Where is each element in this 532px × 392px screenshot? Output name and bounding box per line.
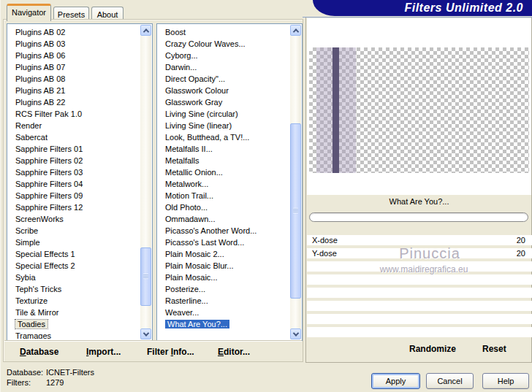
list-item[interactable]: Old Photo... [159,201,290,213]
scroll-up-icon [292,28,298,34]
scroll-down-button[interactable] [140,328,151,339]
status-filters-label: Filters: [7,378,45,387]
filter-scrollbar[interactable] [290,25,301,339]
category-scrollbar[interactable] [140,25,151,339]
list-item[interactable]: What Are You?... [159,318,290,330]
list-item[interactable]: Look, Butthead, a TV!... [159,131,290,143]
list-item[interactable]: Picasso's Last Word... [159,237,290,248]
list-item[interactable]: Plugins AB 02 [9,26,140,38]
list-item[interactable]: Glasswork Colour [159,85,290,96]
list-item[interactable]: Plain Mosaic Blur... [159,260,290,272]
list-item[interactable]: Motion Trail... [159,190,290,201]
list-item[interactable]: Plain Mosaic... [159,272,290,283]
app-title: Filters Unlimited 2.0 [404,1,523,14]
scrollbar-grip-icon [143,274,148,279]
list-item[interactable]: Living Sine (circular) [159,108,290,120]
status-filters-value: 1279 [46,378,64,387]
list-item[interactable]: Teph's Tricks [9,283,140,295]
watermark-url: www.maidiregrafica.eu [306,264,531,274]
tab-label: About [97,10,118,19]
list-item[interactable]: Sapphire Filters 02 [9,155,140,166]
list-item[interactable]: Cyborg... [159,50,290,61]
list-item[interactable]: Direct Opacity"... [159,73,290,85]
list-item[interactable]: Metalwork... [159,178,290,190]
list-item[interactable]: Sapphire Filters 12 [9,201,140,213]
list-item[interactable]: Posterize... [159,283,290,295]
selected-filter-name: What Are You?... [307,195,531,209]
scroll-down-button[interactable] [290,328,301,339]
list-item[interactable]: Render [9,120,140,131]
list-item[interactable]: Metallic Onion... [159,166,290,178]
scrollbar-thumb[interactable] [140,247,151,306]
filter-info-button-pre: Filter [147,347,171,357]
list-item[interactable]: Metalfalls [159,155,290,166]
category-listbox[interactable]: Plugins AB 02Plugins AB 03Plugins AB 06P… [7,23,153,341]
list-item[interactable]: Sapphire Filters 09 [9,190,140,201]
list-toolbar: Database Import... Filter Info... Editor… [4,341,302,361]
list-item[interactable]: ScreenWorks [9,213,140,225]
list-item[interactable]: Glasswork Gray [159,96,290,108]
filter-list: BoostCrazy Colour Waves...Cyborg...Darwi… [159,26,290,339]
list-item[interactable]: Boost [159,26,290,38]
list-item[interactable]: Sybia [9,272,140,283]
list-item[interactable]: Special Effects 1 [9,248,140,260]
list-item[interactable]: Sabercat [9,131,140,143]
tab-label: Presets [58,10,85,19]
parameter-value: 20 [517,235,525,245]
watermark-name: Pinuccia [306,245,531,262]
list-item[interactable]: Darwin... [159,61,290,73]
filter-info-button[interactable]: Filter Info... [147,347,194,357]
list-item[interactable]: Sapphire Filters 03 [9,166,140,178]
list-item[interactable]: Plugins AB 22 [9,96,140,108]
scroll-up-button[interactable] [140,25,151,36]
list-item[interactable]: Sapphire Filters 04 [9,178,140,190]
list-item[interactable]: Scribe [9,225,140,237]
scrollbar-grip-icon [293,208,298,213]
list-item[interactable]: Tramages [9,330,140,339]
list-item[interactable]: Texturize [9,295,140,307]
scroll-up-icon [142,28,148,34]
apply-button[interactable]: Apply [371,373,420,389]
preview-area[interactable] [307,18,531,195]
scroll-up-button[interactable] [290,25,301,36]
parameter-name: X-dose [312,235,338,245]
randomize-bar: Randomize Reset [307,337,531,361]
filter-info-button-label: nfo... [173,347,194,357]
list-item[interactable]: Ommadawn... [159,213,290,225]
category-list: Plugins AB 02Plugins AB 03Plugins AB 06P… [9,26,140,339]
randomize-button[interactable]: Randomize [409,344,456,354]
help-button[interactable]: Help [482,373,529,389]
list-item[interactable]: Plugins AB 07 [9,61,140,73]
list-item[interactable]: RCS Filter Pak 1.0 [9,108,140,120]
import-button[interactable]: Import... [86,347,121,357]
cancel-button[interactable]: Cancel [426,373,474,389]
database-button[interactable]: Database [20,347,58,357]
list-item[interactable]: Living Sine (linear) [159,120,290,131]
transparency-checkerboard [309,47,529,173]
reset-button[interactable]: Reset [482,344,506,354]
parameter-row [307,274,532,285]
progress-bar [309,212,528,222]
scrollbar-thumb[interactable] [290,123,301,299]
list-item[interactable]: Toadies [9,318,140,330]
parameter-row[interactable]: X-dose 20 [307,235,532,245]
list-item[interactable]: Plain Mosaic 2... [159,248,290,260]
editor-button[interactable]: Editor... [218,347,250,357]
list-item[interactable]: Crazy Colour Waves... [159,38,290,50]
list-item[interactable]: Tile & Mirror [9,307,140,318]
list-item[interactable]: Weaver... [159,307,290,318]
list-item[interactable]: Special Effects 2 [9,260,140,272]
editor-button-label: ditor... [224,347,250,357]
list-item[interactable]: Metalfalls II... [159,143,290,155]
list-item[interactable]: Sapphire Filters 01 [9,143,140,155]
tab-navigator[interactable]: Navigator [7,4,51,21]
list-item[interactable]: Plugins AB 03 [9,38,140,50]
list-item[interactable]: Rasterline... [159,295,290,307]
editor-button-accel: E [218,347,224,357]
list-item[interactable]: Plugins AB 08 [9,73,140,85]
list-item[interactable]: Plugins AB 06 [9,50,140,61]
list-item[interactable]: Plugins AB 21 [9,85,140,96]
list-item[interactable]: Simple [9,237,140,248]
filter-listbox[interactable]: BoostCrazy Colour Waves...Cyborg...Darwi… [156,23,303,341]
list-item[interactable]: Picasso's Another Word... [159,225,290,237]
